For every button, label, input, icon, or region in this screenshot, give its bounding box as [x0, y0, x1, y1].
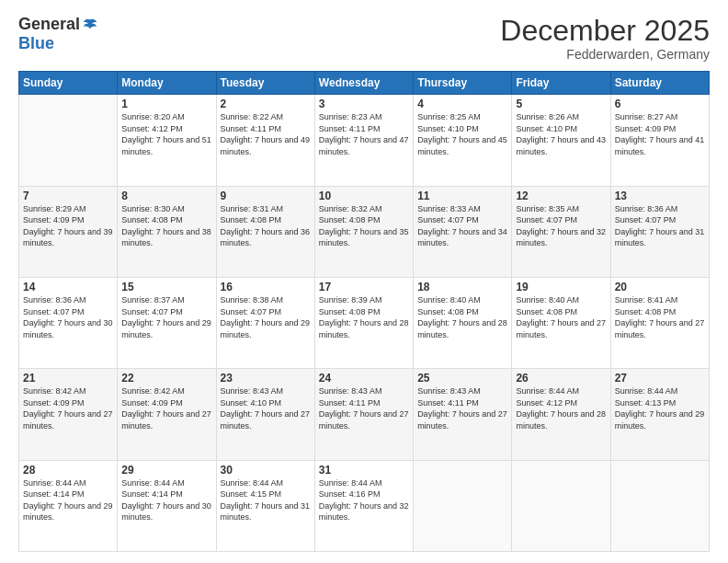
table-row — [610, 460, 709, 551]
table-row: 15Sunrise: 8:37 AMSunset: 4:07 PMDayligh… — [118, 277, 216, 368]
day-info: Sunrise: 8:37 AMSunset: 4:07 PMDaylight:… — [121, 294, 211, 340]
table-row: 17Sunrise: 8:39 AMSunset: 4:08 PMDayligh… — [314, 277, 413, 368]
calendar-week-row: 28Sunrise: 8:44 AMSunset: 4:14 PMDayligh… — [19, 460, 710, 551]
day-info: Sunrise: 8:40 AMSunset: 4:08 PMDaylight:… — [516, 294, 606, 340]
table-row: 13Sunrise: 8:36 AMSunset: 4:07 PMDayligh… — [610, 186, 709, 277]
table-row: 10Sunrise: 8:32 AMSunset: 4:08 PMDayligh… — [314, 186, 413, 277]
calendar-week-row: 14Sunrise: 8:36 AMSunset: 4:07 PMDayligh… — [19, 277, 710, 368]
table-row: 22Sunrise: 8:42 AMSunset: 4:09 PMDayligh… — [118, 369, 216, 460]
day-number: 24 — [319, 372, 409, 385]
day-number: 8 — [121, 190, 211, 202]
day-info: Sunrise: 8:20 AMSunset: 4:12 PMDaylight:… — [121, 111, 211, 157]
calendar-week-row: 7Sunrise: 8:29 AMSunset: 4:09 PMDaylight… — [19, 186, 710, 277]
col-wednesday: Wednesday — [314, 72, 413, 95]
calendar-week-row: 21Sunrise: 8:42 AMSunset: 4:09 PMDayligh… — [19, 369, 710, 460]
day-number: 31 — [319, 464, 409, 477]
table-row: 19Sunrise: 8:40 AMSunset: 4:08 PMDayligh… — [512, 277, 610, 368]
day-number: 9 — [221, 190, 311, 202]
table-row: 7Sunrise: 8:29 AMSunset: 4:09 PMDaylight… — [19, 186, 118, 277]
calendar-table: Sunday Monday Tuesday Wednesday Thursday… — [18, 71, 710, 552]
day-number: 13 — [615, 190, 705, 202]
calendar-header-row: Sunday Monday Tuesday Wednesday Thursday… — [19, 72, 710, 95]
table-row: 26Sunrise: 8:44 AMSunset: 4:12 PMDayligh… — [512, 369, 610, 460]
day-info: Sunrise: 8:44 AMSunset: 4:13 PMDaylight:… — [615, 385, 705, 431]
col-friday: Friday — [512, 72, 610, 95]
calendar-week-row: 1Sunrise: 8:20 AMSunset: 4:12 PMDaylight… — [19, 95, 710, 186]
day-number: 11 — [417, 190, 507, 202]
logo-blue-text: Blue — [18, 34, 54, 53]
table-row: 28Sunrise: 8:44 AMSunset: 4:14 PMDayligh… — [19, 460, 118, 551]
day-info: Sunrise: 8:41 AMSunset: 4:08 PMDaylight:… — [615, 294, 705, 340]
table-row: 20Sunrise: 8:41 AMSunset: 4:08 PMDayligh… — [610, 277, 709, 368]
day-number: 28 — [23, 464, 113, 477]
day-info: Sunrise: 8:30 AMSunset: 4:08 PMDaylight:… — [121, 203, 211, 249]
table-row: 24Sunrise: 8:43 AMSunset: 4:11 PMDayligh… — [314, 369, 413, 460]
day-number: 25 — [417, 372, 507, 385]
logo-general-text: General — [18, 15, 80, 34]
table-row: 4Sunrise: 8:25 AMSunset: 4:10 PMDaylight… — [414, 95, 512, 186]
month-title: December 2025 — [500, 15, 710, 47]
day-info: Sunrise: 8:44 AMSunset: 4:12 PMDaylight:… — [516, 385, 606, 431]
header: General Blue December 2025 Fedderwarden,… — [18, 15, 710, 62]
table-row: 8Sunrise: 8:30 AMSunset: 4:08 PMDaylight… — [118, 186, 216, 277]
day-info: Sunrise: 8:22 AMSunset: 4:11 PMDaylight:… — [221, 111, 311, 157]
day-number: 4 — [417, 98, 507, 110]
day-info: Sunrise: 8:44 AMSunset: 4:15 PMDaylight:… — [221, 477, 311, 523]
calendar-page: General Blue December 2025 Fedderwarden,… — [0, 0, 728, 563]
day-number: 1 — [121, 98, 211, 110]
day-number: 21 — [23, 372, 113, 385]
day-number: 20 — [615, 281, 705, 293]
day-info: Sunrise: 8:42 AMSunset: 4:09 PMDaylight:… — [23, 385, 113, 431]
day-number: 27 — [615, 372, 705, 385]
table-row: 6Sunrise: 8:27 AMSunset: 4:09 PMDaylight… — [610, 95, 709, 186]
day-number: 22 — [121, 372, 211, 385]
col-thursday: Thursday — [414, 72, 512, 95]
day-number: 23 — [221, 372, 311, 385]
day-info: Sunrise: 8:35 AMSunset: 4:07 PMDaylight:… — [516, 203, 606, 249]
day-info: Sunrise: 8:44 AMSunset: 4:16 PMDaylight:… — [319, 477, 409, 523]
day-number: 17 — [319, 281, 409, 293]
day-number: 30 — [221, 464, 311, 477]
day-info: Sunrise: 8:31 AMSunset: 4:08 PMDaylight:… — [221, 203, 311, 249]
col-sunday: Sunday — [19, 72, 118, 95]
title-section: December 2025 Fedderwarden, Germany — [500, 15, 710, 62]
day-info: Sunrise: 8:43 AMSunset: 4:11 PMDaylight:… — [417, 385, 507, 431]
day-number: 7 — [23, 190, 113, 202]
day-number: 3 — [319, 98, 409, 110]
day-info: Sunrise: 8:43 AMSunset: 4:11 PMDaylight:… — [319, 385, 409, 431]
table-row: 5Sunrise: 8:26 AMSunset: 4:10 PMDaylight… — [512, 95, 610, 186]
day-info: Sunrise: 8:44 AMSunset: 4:14 PMDaylight:… — [121, 477, 211, 523]
day-number: 5 — [516, 98, 606, 110]
table-row: 27Sunrise: 8:44 AMSunset: 4:13 PMDayligh… — [610, 369, 709, 460]
day-info: Sunrise: 8:40 AMSunset: 4:08 PMDaylight:… — [417, 294, 507, 340]
table-row: 30Sunrise: 8:44 AMSunset: 4:15 PMDayligh… — [216, 460, 314, 551]
table-row: 12Sunrise: 8:35 AMSunset: 4:07 PMDayligh… — [512, 186, 610, 277]
day-number: 18 — [417, 281, 507, 293]
table-row: 2Sunrise: 8:22 AMSunset: 4:11 PMDaylight… — [216, 95, 314, 186]
table-row: 3Sunrise: 8:23 AMSunset: 4:11 PMDaylight… — [314, 95, 413, 186]
table-row: 14Sunrise: 8:36 AMSunset: 4:07 PMDayligh… — [19, 277, 118, 368]
day-number: 10 — [319, 190, 409, 202]
day-info: Sunrise: 8:38 AMSunset: 4:07 PMDaylight:… — [221, 294, 311, 340]
table-row: 23Sunrise: 8:43 AMSunset: 4:10 PMDayligh… — [216, 369, 314, 460]
day-number: 2 — [221, 98, 311, 110]
day-info: Sunrise: 8:29 AMSunset: 4:09 PMDaylight:… — [23, 203, 113, 249]
day-info: Sunrise: 8:42 AMSunset: 4:09 PMDaylight:… — [121, 385, 211, 431]
table-row: 25Sunrise: 8:43 AMSunset: 4:11 PMDayligh… — [414, 369, 512, 460]
day-info: Sunrise: 8:33 AMSunset: 4:07 PMDaylight:… — [417, 203, 507, 249]
day-number: 14 — [23, 281, 113, 293]
day-number: 12 — [516, 190, 606, 202]
table-row: 29Sunrise: 8:44 AMSunset: 4:14 PMDayligh… — [118, 460, 216, 551]
day-number: 19 — [516, 281, 606, 293]
day-info: Sunrise: 8:36 AMSunset: 4:07 PMDaylight:… — [615, 203, 705, 249]
day-number: 15 — [121, 281, 211, 293]
day-info: Sunrise: 8:39 AMSunset: 4:08 PMDaylight:… — [319, 294, 409, 340]
table-row: 21Sunrise: 8:42 AMSunset: 4:09 PMDayligh… — [19, 369, 118, 460]
table-row: 16Sunrise: 8:38 AMSunset: 4:07 PMDayligh… — [216, 277, 314, 368]
day-info: Sunrise: 8:44 AMSunset: 4:14 PMDaylight:… — [23, 477, 113, 523]
day-info: Sunrise: 8:32 AMSunset: 4:08 PMDaylight:… — [319, 203, 409, 249]
day-info: Sunrise: 8:27 AMSunset: 4:09 PMDaylight:… — [615, 111, 705, 157]
logo-bird-icon — [82, 17, 98, 33]
col-tuesday: Tuesday — [216, 72, 314, 95]
logo: General Blue — [18, 15, 98, 53]
